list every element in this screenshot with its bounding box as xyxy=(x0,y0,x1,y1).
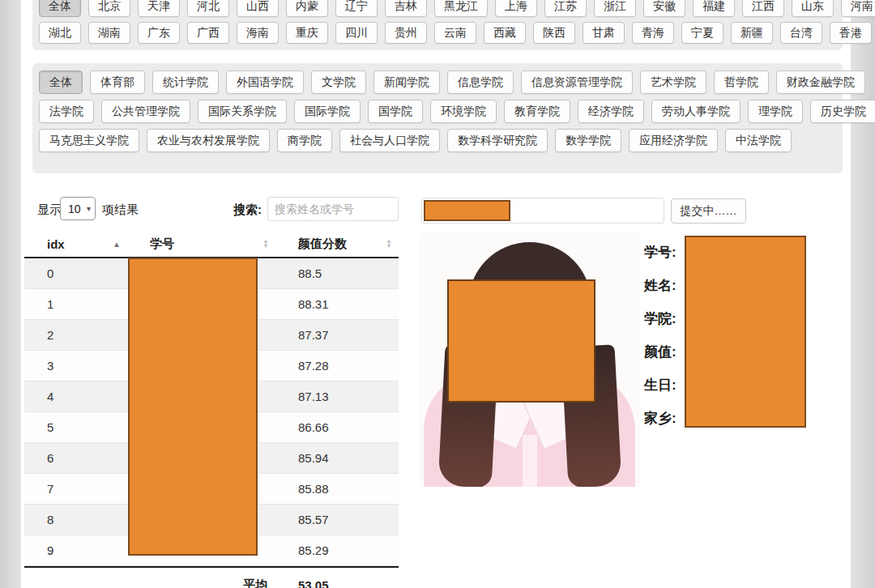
college-button[interactable]: 统计学院 xyxy=(152,70,219,94)
college-button[interactable]: 外国语学院 xyxy=(226,70,304,94)
province-button[interactable]: 河南 xyxy=(841,0,875,17)
province-button[interactable]: 北京 xyxy=(88,0,130,17)
province-button[interactable]: 甘肃 xyxy=(583,22,625,44)
college-button[interactable]: 教育学院 xyxy=(504,100,570,123)
province-button[interactable]: 云南 xyxy=(434,22,476,44)
college-button[interactable]: 哲学院 xyxy=(714,70,769,94)
photo-placket xyxy=(523,435,537,487)
province-button[interactable]: 上海 xyxy=(495,0,537,17)
results-label: 项结果 xyxy=(102,202,139,218)
idx-cell: 1 xyxy=(24,297,127,311)
college-button[interactable]: 艺术学院 xyxy=(640,70,706,94)
redaction-box-student-id-column xyxy=(128,258,258,556)
column-header-student-id[interactable]: 学号 ▲▼ xyxy=(127,236,275,252)
college-button[interactable]: 信息资源管理学院 xyxy=(521,70,633,94)
college-button[interactable]: 文学院 xyxy=(311,70,366,94)
redaction-box-input xyxy=(424,200,510,221)
college-filter-panel: 全体体育部统计学院外国语学院文学院新闻学院信息学院信息资源管理学院艺术学院哲学院… xyxy=(32,63,843,173)
idx-cell: 7 xyxy=(24,482,127,496)
average-label: 平均 xyxy=(24,577,275,588)
college-button[interactable]: 财政金融学院 xyxy=(776,70,865,94)
score-cell: 88.5 xyxy=(275,266,399,280)
search-input[interactable] xyxy=(267,197,399,221)
college-row-1: 全体体育部统计学院外国语学院文学院新闻学院信息学院信息资源管理学院艺术学院哲学院… xyxy=(39,70,836,94)
province-button[interactable]: 江苏 xyxy=(544,0,587,17)
province-button[interactable]: 台湾 xyxy=(780,22,822,44)
province-button[interactable]: 广西 xyxy=(187,22,229,44)
college-row-2: 法学院公共管理学院国际关系学院国际学院国学院环境学院教育学院经济学院劳动人事学院… xyxy=(39,100,836,123)
province-button[interactable]: 贵州 xyxy=(385,22,427,44)
sort-both-icon: ▲▼ xyxy=(386,239,392,249)
college-button[interactable]: 体育部 xyxy=(90,70,145,94)
province-button[interactable]: 陕西 xyxy=(533,22,575,44)
province-button[interactable]: 天津 xyxy=(138,0,180,17)
province-button[interactable]: 山东 xyxy=(792,0,834,17)
province-button[interactable]: 西藏 xyxy=(484,22,526,44)
province-button[interactable]: 宁夏 xyxy=(681,22,723,44)
table-footer-row: 平均 53.05 xyxy=(24,566,399,588)
province-button[interactable]: 辽宁 xyxy=(335,0,378,17)
table-header-row: idx ▲ 学号 ▲▼ 颜值分数 ▲▼ xyxy=(24,231,399,258)
college-button[interactable]: 数学学院 xyxy=(555,129,621,152)
college-button[interactable]: 数学科学研究院 xyxy=(447,129,548,152)
table-controls: 显示 10 ▾ 项结果 搜索: xyxy=(24,197,399,224)
province-button[interactable]: 福建 xyxy=(693,0,735,17)
college-button[interactable]: 劳动人事学院 xyxy=(651,100,741,123)
idx-cell: 0 xyxy=(24,266,127,280)
province-button[interactable]: 黑龙江 xyxy=(434,0,488,17)
province-button[interactable]: 四川 xyxy=(335,22,378,44)
idx-cell: 4 xyxy=(24,390,127,403)
college-button[interactable]: 社会与人口学院 xyxy=(339,129,440,152)
province-button[interactable]: 浙江 xyxy=(594,0,636,17)
province-button[interactable]: 吉林 xyxy=(385,0,427,17)
college-button[interactable]: 国际学院 xyxy=(294,100,361,123)
college-button[interactable]: 公共管理学院 xyxy=(101,100,190,123)
province-button[interactable]: 安徽 xyxy=(643,0,685,17)
college-button[interactable]: 理学院 xyxy=(748,100,803,123)
column-header-score[interactable]: 颜值分数 ▲▼ xyxy=(275,236,399,252)
college-button[interactable]: 马克思主义学院 xyxy=(39,129,139,152)
show-label: 显示 xyxy=(37,202,62,218)
province-button[interactable]: 河北 xyxy=(187,0,229,17)
college-button[interactable]: 环境学院 xyxy=(430,100,497,123)
college-button[interactable]: 全体 xyxy=(39,70,83,94)
province-button[interactable]: 江西 xyxy=(742,0,784,17)
province-button[interactable]: 湖南 xyxy=(88,22,130,44)
province-row-1: 全体北京天津河北山西内蒙辽宁吉林黑龙江上海江苏浙江安徽福建江西山东河南 xyxy=(39,0,836,17)
province-button[interactable]: 山西 xyxy=(237,0,279,17)
province-button[interactable]: 重庆 xyxy=(286,22,328,44)
submit-button[interactable]: 提交中…… xyxy=(671,198,746,224)
college-button[interactable]: 中法学院 xyxy=(725,129,792,152)
province-button[interactable]: 海南 xyxy=(237,22,279,44)
college-button[interactable]: 商学院 xyxy=(277,129,332,152)
sort-ascending-icon: ▲ xyxy=(113,240,121,249)
college-button[interactable]: 法学院 xyxy=(39,100,94,123)
college-button[interactable]: 信息学院 xyxy=(447,70,514,94)
college-button[interactable]: 经济学院 xyxy=(578,100,644,123)
column-header-idx[interactable]: idx ▲ xyxy=(24,237,127,251)
search-label: 搜索: xyxy=(233,202,262,218)
score-cell: 88.31 xyxy=(275,297,399,311)
college-button[interactable]: 国际关系学院 xyxy=(198,100,287,123)
province-button[interactable]: 湖北 xyxy=(39,22,81,44)
idx-cell: 8 xyxy=(24,513,127,526)
page-size-select[interactable]: 10 ▾ xyxy=(60,197,96,220)
college-button[interactable]: 应用经济学院 xyxy=(629,129,718,152)
screen-edge-left xyxy=(0,0,21,588)
province-button[interactable]: 青海 xyxy=(632,22,674,44)
idx-cell: 9 xyxy=(24,543,127,557)
college-button[interactable]: 农业与农村发展学院 xyxy=(147,129,270,152)
redaction-box-face xyxy=(447,279,595,403)
college-button[interactable]: 国学院 xyxy=(368,100,423,123)
province-button[interactable]: 香港 xyxy=(830,22,872,44)
score-cell: 85.57 xyxy=(275,513,399,526)
province-button[interactable]: 广东 xyxy=(138,22,180,44)
province-button[interactable]: 内蒙 xyxy=(286,0,328,17)
college-button[interactable]: 新闻学院 xyxy=(373,70,440,94)
score-cell: 87.37 xyxy=(275,328,399,342)
college-button[interactable]: 历史学院 xyxy=(810,100,875,123)
province-button[interactable]: 全体 xyxy=(39,0,81,17)
province-button[interactable]: 新疆 xyxy=(731,22,773,44)
idx-cell: 5 xyxy=(24,420,127,434)
score-cell: 85.29 xyxy=(275,543,399,557)
